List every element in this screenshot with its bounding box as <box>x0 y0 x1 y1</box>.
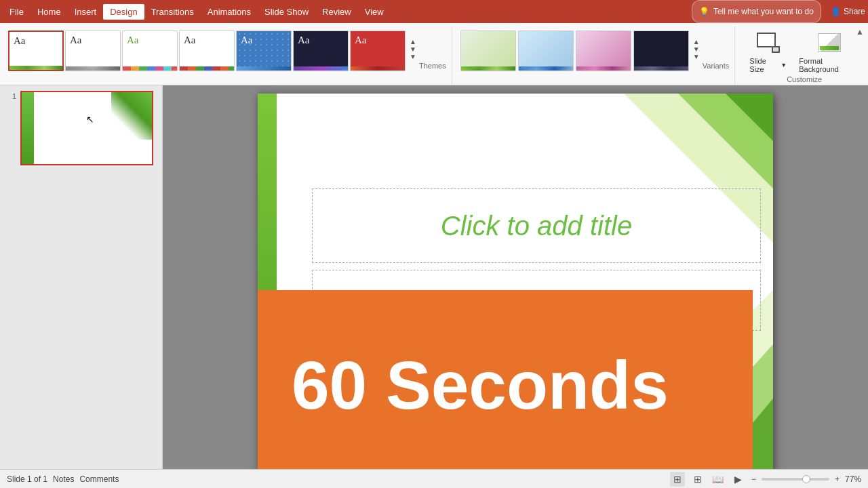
format-background-button[interactable]: Format Background <box>795 28 863 75</box>
format-background-label: Format Background <box>799 57 859 73</box>
theme-6[interactable]: Aa <box>293 30 349 71</box>
slide-number-1: 1 <box>5 91 16 100</box>
variant-1[interactable] <box>460 30 516 71</box>
menu-animations[interactable]: Animations <box>201 4 258 20</box>
slide-title-box[interactable]: Click to add title <box>312 188 761 263</box>
share-button[interactable]: 👤 Share <box>831 7 865 16</box>
zoom-plus[interactable]: + <box>835 474 840 484</box>
menu-home[interactable]: Home <box>31 4 68 20</box>
slide-size-button[interactable]: Slide Size ▼ <box>746 28 790 75</box>
person-icon: 👤 <box>831 7 841 16</box>
slide-panel: 1 ↖ <box>0 85 163 488</box>
zoom-level: 77% <box>845 474 861 484</box>
canvas-area[interactable]: Click to add title subtitle 60 Seconds <box>163 85 868 488</box>
share-label: Share <box>844 7 865 16</box>
menu-insert[interactable]: Insert <box>68 4 104 20</box>
comments-button[interactable]: Comments <box>79 474 119 484</box>
menu-view[interactable]: View <box>358 4 391 20</box>
zoom-minus[interactable]: − <box>751 474 756 484</box>
variants-section: ▲ ▼ ▼ Variants <box>452 26 736 85</box>
main-area: 1 ↖ <box>0 85 868 488</box>
theme-4[interactable]: Aa <box>179 30 235 71</box>
zoom-slider[interactable] <box>762 478 829 481</box>
more-icon: ▼ <box>410 54 416 60</box>
zoom-slider-thumb[interactable] <box>802 475 810 483</box>
slide-info: Slide 1 of 1 <box>7 474 47 484</box>
format-background-icon <box>817 30 842 55</box>
variants-more-icon: ▼ <box>693 54 700 60</box>
slide-size-icon <box>756 30 781 55</box>
variants-more-button[interactable]: ▲ ▼ ▼ <box>690 29 703 70</box>
menu-bar: File Home Insert Design Transitions Anim… <box>0 0 868 23</box>
slide-thumbnail-1[interactable]: ↖ <box>20 91 153 165</box>
slide-canvas[interactable]: Click to add title subtitle 60 Seconds <box>258 94 773 480</box>
cursor-icon: ↖ <box>86 114 94 125</box>
slide-thumb-green-left <box>22 92 34 164</box>
menu-design[interactable]: Design <box>103 4 144 20</box>
orange-overlay: 60 Seconds <box>258 290 753 480</box>
themes-label: Themes <box>419 62 446 73</box>
variants-label: Variants <box>703 62 730 73</box>
slide-sorter-button[interactable]: ⊞ <box>690 472 705 487</box>
variant-2[interactable] <box>518 30 574 71</box>
slideshow-button[interactable]: ▶ <box>731 472 746 487</box>
themes-row: Aa Aa Aa Aa <box>8 28 406 71</box>
theme-2[interactable]: Aa <box>65 30 121 71</box>
customize-section: Slide Size ▼ Format Background Customize <box>735 26 868 85</box>
reading-view-button[interactable]: 📖 <box>711 472 726 487</box>
chevron-down-icon: ▼ <box>410 46 416 53</box>
themes-more-button[interactable]: ▲ ▼ ▼ <box>407 29 419 70</box>
menu-transitions[interactable]: Transitions <box>144 4 201 20</box>
themes-section: Aa Aa Aa Aa <box>3 26 452 85</box>
overlay-text: 60 Seconds <box>292 346 669 424</box>
variants-chevron-down-icon: ▼ <box>693 46 700 53</box>
status-right: ⊞ ⊞ 📖 ▶ − + 77% <box>670 472 861 487</box>
normal-view-button[interactable]: ⊞ <box>670 472 685 487</box>
menu-review[interactable]: Review <box>315 4 358 20</box>
variants-chevron-up-icon: ▲ <box>693 39 700 45</box>
slide-size-label: Slide Size ▼ <box>749 57 787 73</box>
menu-slideshow[interactable]: Slide Show <box>258 4 315 20</box>
variant-3[interactable] <box>576 30 631 71</box>
slide-thumb-green-corner <box>111 92 152 140</box>
variants-row <box>460 28 689 71</box>
slide-item-1[interactable]: 1 ↖ <box>5 91 157 165</box>
customize-row: Slide Size ▼ Format Background <box>746 26 863 75</box>
theme-5[interactable]: Aa <box>236 30 292 71</box>
slide-title-placeholder: Click to add title <box>441 211 632 241</box>
ribbon-collapse-button[interactable]: ▲ <box>856 27 864 37</box>
theme-3[interactable]: Aa <box>122 30 178 71</box>
theme-7[interactable]: Aa <box>350 30 406 71</box>
status-bar: Slide 1 of 1 Notes Comments ⊞ ⊞ 📖 ▶ − + … <box>0 469 868 488</box>
ribbon: Aa Aa Aa Aa <box>0 23 868 85</box>
notes-button[interactable]: Notes <box>53 474 74 484</box>
search-box[interactable]: 💡 Tell me what you want to do <box>692 0 821 23</box>
slide-size-dropdown-icon: ▼ <box>781 62 787 68</box>
lightbulb-icon: 💡 <box>699 7 709 16</box>
theme-office[interactable]: Aa <box>8 30 64 71</box>
menu-file[interactable]: File <box>3 4 31 20</box>
chevron-up-icon: ▲ <box>410 39 416 45</box>
customize-label: Customize <box>787 75 822 86</box>
variant-4[interactable] <box>633 30 689 71</box>
search-placeholder: Tell me what you want to do <box>713 7 814 16</box>
